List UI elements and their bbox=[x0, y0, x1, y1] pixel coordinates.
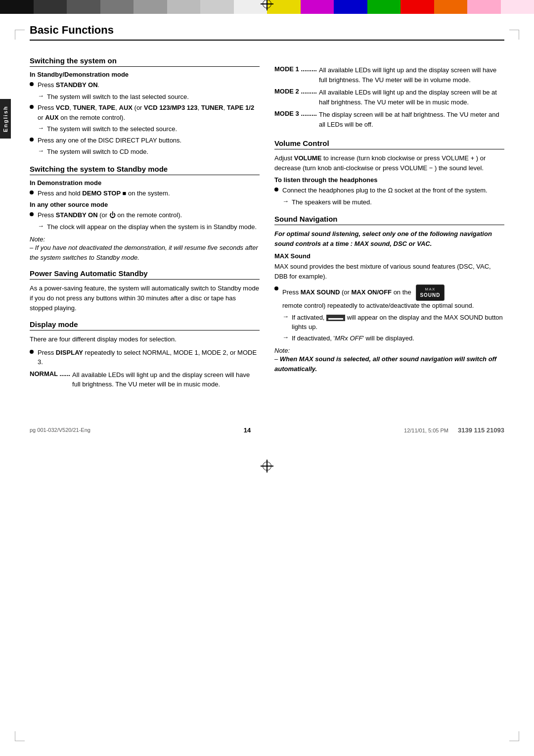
cb11 bbox=[334, 0, 367, 14]
note-label-sound: Note: bbox=[274, 347, 290, 354]
section-heading-standby: Switching the system to Standby mode bbox=[30, 165, 260, 175]
section-heading-volume: Volume Control bbox=[274, 139, 504, 149]
para-volume: Adjust VOLUME to increase (turn knob clo… bbox=[274, 153, 504, 173]
color-bar-right bbox=[267, 0, 534, 14]
cb7 bbox=[200, 0, 234, 14]
bullet-dot bbox=[30, 82, 34, 86]
arrow-activated: → If activated, ▬▬▬ will appear on the d… bbox=[282, 313, 504, 332]
page-footer: pg 001-032/V520/21-Eng 14 12/11/01, 5:05… bbox=[0, 422, 534, 439]
arrow-text-clock: The clock will appear on the display whe… bbox=[47, 222, 260, 232]
arrow-cd-mode: → The system will switch to CD mode. bbox=[38, 147, 260, 157]
bullet-dot bbox=[274, 286, 278, 290]
footer-page-number: 14 bbox=[244, 426, 251, 434]
note-text-demo: – If you have not deactivated the demons… bbox=[30, 244, 258, 261]
mode-list-continued: MODE 1 ......... All available LEDs will… bbox=[274, 65, 504, 129]
page-title: Basic Functions bbox=[30, 24, 504, 41]
arrow-text-cd: The system will switch to CD mode. bbox=[47, 147, 260, 157]
bullet-headphones: Connect the headphones plug to the Ω soc… bbox=[274, 186, 504, 195]
note-text-sound: – When MAX sound is selected, all other … bbox=[274, 355, 496, 373]
arrow-icon: → bbox=[282, 313, 289, 320]
bullet-standby-on-remote: Press STANDBY ON (or ⏻ on the remote con… bbox=[30, 210, 260, 220]
max-sound-badge: MAX SOUND bbox=[416, 284, 444, 301]
bullet-text-demo-stop: Press and hold DEMO STOP ■ on the system… bbox=[38, 189, 260, 198]
cb5 bbox=[134, 0, 167, 14]
right-column: MODE 1 ......... All available LEDs will… bbox=[274, 49, 504, 392]
cb1 bbox=[0, 0, 34, 14]
cb4 bbox=[100, 0, 134, 14]
left-column: Switching the system on In Standby/Demon… bbox=[30, 49, 260, 392]
cb12 bbox=[367, 0, 401, 14]
registration-mark-top bbox=[260, 0, 274, 11]
corner-bl bbox=[15, 731, 25, 741]
arrow-text-activated: If activated, ▬▬▬ will appear on the dis… bbox=[292, 313, 504, 332]
bullet-text-max-sound: Press MAX SOUND (or MAX ON/OFF on the MA… bbox=[282, 284, 504, 311]
cb6 bbox=[167, 0, 201, 14]
bullet-press-display: Press DISPLAY repeatedly to select NORMA… bbox=[30, 348, 260, 367]
para-sound-intro: For optimal sound listening, select only… bbox=[274, 229, 504, 249]
mode-desc-normal: All available LEDs will light up and the… bbox=[72, 370, 260, 389]
footer-date: 12/11/01, 5:05 PM 3139 115 21093 bbox=[404, 426, 504, 434]
bullet-press-vcd: Press VCD, TUNER, TAPE, AUX (or VCD 123/… bbox=[30, 103, 260, 122]
cb16 bbox=[501, 0, 534, 14]
subheading-standby-demo: In Standby/Demonstration mode bbox=[30, 71, 260, 78]
section-heading-display: Display mode bbox=[30, 320, 260, 331]
bullet-dot bbox=[274, 188, 278, 191]
para-power-saving: As a power-saving feature, the system wi… bbox=[30, 284, 260, 313]
note-max-sound: Note: – When MAX sound is selected, all … bbox=[274, 347, 504, 374]
cb3 bbox=[67, 0, 100, 14]
arrow-icon: → bbox=[38, 147, 44, 154]
bullet-text-vcd: Press VCD, TUNER, TAPE, AUX (or VCD 123/… bbox=[38, 103, 260, 122]
cb15 bbox=[467, 0, 501, 14]
arrow-icon: → bbox=[282, 197, 289, 205]
color-bar-left bbox=[0, 0, 267, 14]
cb14 bbox=[434, 0, 468, 14]
bullet-text-headphones: Connect the headphones plug to the Ω soc… bbox=[282, 186, 504, 195]
subheading-demo-mode: In Demonstration mode bbox=[30, 179, 260, 187]
page-content: Basic Functions Switching the system on … bbox=[0, 14, 534, 412]
arrow-icon: → bbox=[282, 333, 289, 341]
note-demo: Note: – If you have not deactivated the … bbox=[30, 236, 260, 262]
arrow-icon: → bbox=[38, 222, 44, 230]
mode-desc-3: The display screen will be at half brigh… bbox=[319, 110, 504, 129]
color-bar bbox=[0, 0, 534, 14]
mode-desc-2: All available LEDs will light up and the… bbox=[319, 88, 504, 107]
bullet-dot bbox=[30, 350, 34, 354]
bullet-dot bbox=[30, 212, 34, 216]
arrow-selected-source: → The system will switch to the selected… bbox=[38, 124, 260, 134]
footer-file-ref: pg 001-032/V520/21-Eng bbox=[30, 427, 90, 433]
mode-3: MODE 3 ......... The display screen will… bbox=[274, 110, 504, 129]
bullet-disc-direct: Press any one of the DISC DIRECT PLAY bu… bbox=[30, 136, 260, 145]
para-max-sound: MAX sound provides the best mixture of v… bbox=[274, 262, 504, 282]
arrow-deactivated: → If deactivated, 'MRx OFF' will be disp… bbox=[282, 333, 504, 343]
bullet-text-standby-on: Press STANDBY ON. bbox=[38, 80, 260, 90]
mode-list: NORMAL ...... All available LEDs will li… bbox=[30, 370, 260, 389]
bullet-demo-stop: Press and hold DEMO STOP ■ on the system… bbox=[30, 189, 260, 198]
arrow-clock-display: → The clock will appear on the display w… bbox=[38, 222, 260, 232]
bullet-dot bbox=[30, 190, 34, 194]
bullet-max-sound-press: Press MAX SOUND (or MAX ON/OFF on the MA… bbox=[274, 284, 504, 311]
bullet-text-display: Press DISPLAY repeatedly to select NORMA… bbox=[38, 348, 260, 367]
section-heading-power-saving: Power Saving Automatic Standby bbox=[30, 269, 260, 280]
subheading-max-sound: MAX Sound bbox=[274, 252, 504, 260]
section-heading-switch-on: Switching the system on bbox=[30, 56, 260, 67]
corner-br bbox=[509, 731, 519, 741]
bullet-press-standby-on: Press STANDBY ON. bbox=[30, 80, 260, 90]
bullet-dot bbox=[30, 105, 34, 109]
mode-label-3: MODE 3 ......... bbox=[274, 110, 319, 117]
mode-normal: NORMAL ...... All available LEDs will li… bbox=[30, 370, 260, 389]
mode-desc-1: All available LEDs will light up and the… bbox=[319, 65, 504, 85]
mode-1: MODE 1 ......... All available LEDs will… bbox=[274, 65, 504, 85]
arrow-text-source: The system will switch to the last selec… bbox=[47, 92, 260, 102]
subheading-other-source: In any other source mode bbox=[30, 201, 260, 208]
bullet-text-standby-remote: Press STANDBY ON (or ⏻ on the remote con… bbox=[38, 210, 260, 220]
bullet-text-disc: Press any one of the DISC DIRECT PLAY bu… bbox=[38, 136, 260, 145]
arrow-switch-source: → The system will switch to the last sel… bbox=[38, 92, 260, 102]
cb10 bbox=[301, 0, 334, 14]
mode-label-normal: NORMAL ...... bbox=[30, 370, 72, 378]
cb2 bbox=[34, 0, 67, 14]
arrow-icon: → bbox=[38, 124, 44, 132]
registration-mark-center bbox=[260, 459, 274, 473]
bullet-dot bbox=[30, 138, 34, 142]
arrow-text-deactivated: If deactivated, 'MRx OFF' will be displa… bbox=[292, 333, 504, 343]
section-heading-sound: Sound Navigation bbox=[274, 215, 504, 225]
